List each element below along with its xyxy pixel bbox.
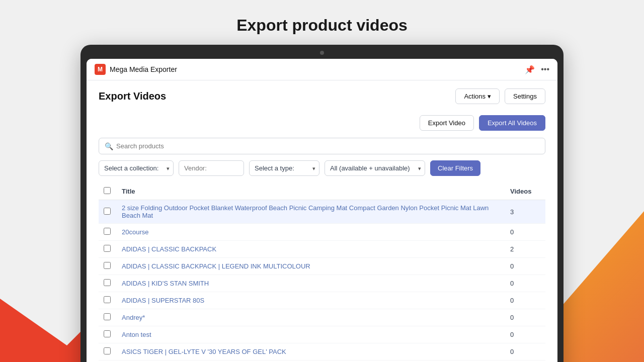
collection-select[interactable]: Select a collection: [99, 160, 174, 176]
table-row: ADIDAS | SUPERSTAR 80S0 [99, 292, 545, 309]
export-video-button[interactable]: Export Video [420, 115, 474, 131]
select-all-header [99, 183, 117, 200]
row-checkbox-cell [99, 292, 117, 309]
app-header-icons: 📌 ••• [525, 65, 549, 74]
app-name: Mega Media Exporter [110, 65, 177, 73]
settings-button[interactable]: Settings [505, 88, 545, 104]
row-checkbox-cell [99, 275, 117, 292]
table-row: Anton test0 [99, 326, 545, 343]
availability-select[interactable]: All (available + unavailable) [325, 160, 425, 176]
top-bar: Export Videos Actions ▾ Settings [99, 88, 545, 104]
type-select-wrapper: Select a type: [249, 160, 319, 176]
filter-row: Select a collection: Select a type: All … [99, 160, 545, 176]
row-checkbox[interactable] [104, 208, 111, 215]
product-videos-cell: 2 [505, 241, 545, 258]
product-videos-cell: 0 [505, 326, 545, 343]
product-title-cell: ADIDAS | CLASSIC BACKPACK | LEGEND INK M… [117, 258, 505, 275]
product-videos-cell: 0 [505, 360, 545, 363]
table-row: Andrey*0 [99, 309, 545, 326]
products-table: Title Videos 2 size Folding Outdoor Pock… [99, 183, 545, 362]
product-title-cell: ADIDAS | KID'S STAN SMITH [117, 275, 505, 292]
product-link[interactable]: ADIDAS | SUPERSTAR 80S [122, 297, 204, 304]
row-checkbox-cell [99, 326, 117, 343]
row-checkbox[interactable] [104, 245, 111, 252]
table-header: Title Videos [99, 183, 545, 200]
availability-select-wrapper: All (available + unavailable) [325, 160, 425, 176]
content-area: Export Videos Actions ▾ Settings Export … [87, 80, 557, 362]
product-link[interactable]: ADIDAS | CLASSIC BACKPACK [122, 245, 216, 253]
more-icon[interactable]: ••• [541, 65, 549, 74]
product-link[interactable]: 20course [122, 228, 148, 236]
type-select[interactable]: Select a type: [249, 160, 319, 176]
table-row: ADIDAS | CLASSIC BACKPACK | LEGEND INK M… [99, 258, 545, 275]
table-row: 2 size Folding Outdoor Pocket Blanket Wa… [99, 200, 545, 224]
product-link[interactable]: 2 size Folding Outdoor Pocket Blanket Wa… [122, 204, 489, 219]
product-link[interactable]: Anton test [122, 331, 151, 338]
clear-filters-button[interactable]: Clear Filters [430, 160, 480, 176]
product-title-cell: 20course [117, 224, 505, 241]
table-body: 2 size Folding Outdoor Pocket Blanket Wa… [99, 200, 545, 363]
product-link[interactable]: ADIDAS | KID'S STAN SMITH [122, 280, 209, 287]
row-checkbox[interactable] [104, 313, 111, 320]
row-checkbox-cell [99, 309, 117, 326]
product-videos-cell: 0 [505, 343, 545, 360]
product-title-cell: ADIDAS | CLASSIC BACKPACK [117, 241, 505, 258]
collection-select-wrapper: Select a collection: [99, 160, 174, 176]
tablet-camera [320, 51, 324, 55]
row-checkbox[interactable] [104, 296, 111, 303]
row-checkbox[interactable] [104, 279, 111, 286]
export-all-videos-button[interactable]: Export All Videos [479, 115, 545, 131]
app-header: M Mega Media Exporter 📌 ••• [87, 59, 557, 80]
row-checkbox-cell [99, 360, 117, 363]
export-buttons-row: Export Video Export All Videos [99, 112, 545, 131]
videos-column-header: Videos [505, 183, 545, 200]
logo-letter: M [98, 66, 103, 73]
pin-icon[interactable]: 📌 [525, 65, 535, 74]
product-link[interactable]: ASICS TIGER | GEL-LYTE V '30 YEARS OF GE… [122, 348, 286, 355]
row-checkbox[interactable] [104, 228, 111, 235]
search-input[interactable] [99, 138, 545, 154]
tablet-frame: M Mega Media Exporter 📌 ••• Export Video… [80, 45, 564, 362]
product-videos-cell: 0 [505, 258, 545, 275]
search-icon: 🔍 [105, 142, 113, 150]
row-checkbox-cell [99, 224, 117, 241]
actions-button[interactable]: Actions ▾ [455, 88, 500, 104]
product-title-cell: ASICS TIGER | GEL-LYTE V '30 YEARS OF GE… [117, 343, 505, 360]
app-logo-area: M Mega Media Exporter [95, 64, 177, 75]
page-title: Export product videos [0, 0, 644, 45]
product-title-cell: ADIDAS | SUPERSTAR 80S [117, 292, 505, 309]
product-videos-cell: 3 [505, 200, 545, 224]
row-checkbox-cell [99, 343, 117, 360]
search-row: 🔍 [99, 138, 545, 154]
product-title-cell: Attendee [117, 360, 505, 363]
row-checkbox[interactable] [104, 347, 111, 354]
top-bar-actions: Actions ▾ Settings [455, 88, 545, 104]
product-videos-cell: 0 [505, 309, 545, 326]
title-column-header: Title [117, 183, 505, 200]
product-title-cell: Anton test [117, 326, 505, 343]
tablet-screen: M Mega Media Exporter 📌 ••• Export Video… [87, 59, 557, 362]
product-title-cell: Andrey* [117, 309, 505, 326]
page-heading: Export Videos [99, 90, 166, 102]
product-link[interactable]: Andrey* [122, 314, 145, 321]
row-checkbox-cell [99, 241, 117, 258]
row-checkbox[interactable] [104, 330, 111, 337]
product-videos-cell: 0 [505, 275, 545, 292]
row-checkbox[interactable] [104, 262, 111, 269]
search-input-wrapper: 🔍 [99, 138, 545, 154]
product-videos-cell: 0 [505, 292, 545, 309]
row-checkbox-cell [99, 200, 117, 224]
table-row: 20course0 [99, 224, 545, 241]
table-row: Attendee0 [99, 360, 545, 363]
product-videos-cell: 0 [505, 224, 545, 241]
vendor-input[interactable] [179, 160, 244, 176]
chevron-down-icon: ▾ [488, 93, 491, 100]
select-all-checkbox[interactable] [104, 187, 111, 194]
table-row: ADIDAS | CLASSIC BACKPACK2 [99, 241, 545, 258]
table-row: ADIDAS | KID'S STAN SMITH0 [99, 275, 545, 292]
product-title-cell: 2 size Folding Outdoor Pocket Blanket Wa… [117, 200, 505, 224]
table-row: ASICS TIGER | GEL-LYTE V '30 YEARS OF GE… [99, 343, 545, 360]
row-checkbox-cell [99, 258, 117, 275]
product-link[interactable]: ADIDAS | CLASSIC BACKPACK | LEGEND INK M… [122, 262, 310, 270]
app-logo-icon: M [95, 64, 106, 75]
